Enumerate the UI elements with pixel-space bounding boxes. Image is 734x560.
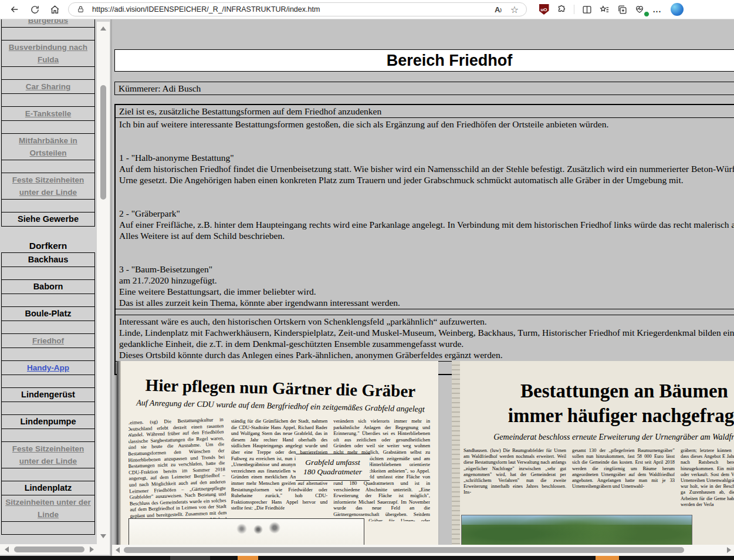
pullquote: Grabfeld umfasst 180 Quadratmeter [296,454,370,481]
right-headline-line1: Bestattungen an Bäumen [460,379,734,403]
kummerer-box: Kümmerer: Adi Busch [114,82,734,95]
extension-area: uO ... [535,2,684,16]
main-hscroll-thumb[interactable] [124,547,684,553]
sidebar-item-handy-app[interactable]: Handy-App [1,360,95,375]
toolbar-divider [574,5,574,14]
left-article-columns: Leimen. (sg) Die Bestattungskultur in De… [128,418,430,521]
page-title: Bereich Friedhof [387,52,513,69]
extensions-puzzle-icon[interactable] [553,2,570,16]
right-article-col1: Sandhausen. (luw) Die Baumgrabfelder für… [464,448,566,510]
sidebar-item-friedhof[interactable]: Friedhof [1,333,95,348]
pullquote-line1: Grabfeld umfasst [297,458,368,467]
kummerer-text: Kümmerer: Adi Busch [119,83,201,93]
essentials-check-badge [644,11,650,17]
main-horizontal-scrollbar[interactable] [112,545,734,556]
blank-line [119,185,734,197]
paragraph-line: Eine weitere Bestattungsart, die immer b… [119,286,734,297]
paragraph-line: am 21.7.2020 hinzugefügt. [119,275,734,286]
sidebar-item-lindenger-st: Lindengerüst [1,387,95,402]
sidebar-empty-row [1,120,95,134]
sidebar-item-lindenplatz: Lindenplatz [1,481,95,495]
sidebar-empty-row [1,348,95,361]
sidebar-item-b-rgerbus[interactable]: Bürgerbus [1,19,95,28]
newspaper-image-left: Hier pflegen nun Gärtner die Gräber Auf … [117,361,438,549]
favorite-star-icon[interactable]: ☆ [506,3,523,16]
scroll-left-arrow[interactable] [5,546,9,552]
sidebar-item-baborn: Baborn [1,279,95,294]
blank-line [119,197,734,208]
sidebar-vertical-scrollbar[interactable] [97,22,110,555]
sidebar-empty-row [1,468,95,481]
sidebar-horizontal-scrollbar[interactable] [0,544,97,555]
paragraph-line: 2 - "Gräberpark" [119,208,734,219]
paragraph-line: Das ist alles zurzeit kein Thema, könnte… [119,297,734,308]
ublock-icon[interactable]: uO [535,2,553,16]
content-box: Ziel ist es, zusätzliche Bestattungsform… [114,104,734,375]
sidebar-item-feste-sitzeinheiten-unter-der-linde[interactable]: Feste Sitzeinheiten unter der Linde [1,441,95,468]
lock-icon[interactable] [72,3,89,16]
sidebar-item-mitfahrb-nke-in-ortsteilen[interactable]: Mitfahrbänke in Ortsteilen [1,133,95,160]
paragraph-line: Auf einer Freifläche, z.B. hinter dem Ha… [119,219,734,241]
right-article-photo [461,515,692,549]
scroll-up-arrow[interactable] [100,26,106,31]
more-menu-icon[interactable]: ... [648,2,666,16]
spacer-row [116,309,734,315]
sidebar-item-e-tankstelle[interactable]: E-Tankstelle [1,106,95,121]
sidebar-item-backhaus: Backhaus [1,252,95,267]
scroll-down-arrow[interactable] [100,534,106,538]
paragraph-line: Interessant wäre es auch, den historisch… [119,316,734,327]
sidebar-empty-row [1,199,95,212]
sidebar-item-car-sharing[interactable]: Car Sharing [1,79,95,94]
sidebar-item-lindenpumpe: Lindenpumpe [1,414,95,429]
scroll-left-arrow[interactable] [116,547,120,553]
paragraph-line: 3 - "Baum-Beisetzungen" [119,264,734,275]
blank-line [119,241,734,252]
taskbar-edge-strip [0,556,734,560]
home-button[interactable] [45,2,65,17]
sidebar-empty-row [1,160,95,173]
scroll-right-arrow[interactable] [90,546,94,552]
read-aloud-icon[interactable]: A) [490,3,506,16]
sidebar-item-busverbindung-nach-fulda[interactable]: Busverbindung nach Fulda [1,40,95,67]
sidebar-vscroll-thumb[interactable] [100,85,106,200]
clipping-shadow-edge [117,361,121,549]
blank-line [119,130,734,141]
paragraph-line: Auf dem historischen Friedhof findet die… [119,163,734,185]
sidebar-item-boule-platz: Boule-Platz [1,306,95,321]
paragraph-line: Linde, Lindenplatz mit Fachwerkhäusern, … [119,327,734,349]
split-screen-icon[interactable] [578,2,596,16]
collections-icon[interactable] [613,2,631,16]
blank-line [119,141,734,152]
taskbar-segment-orange [238,556,258,560]
left-article-col1: Leimen. (sg) Die Bestattungskultur in De… [128,418,227,521]
goal-row: Ziel ist es, zusätzliche Bestattungsform… [116,105,734,118]
sidebar-empty-row [1,375,95,388]
paragraph-line: Ich bin auf weitere interessante Bestatt… [119,119,734,130]
closing-row: Interessant wäre es auch, den historisch… [116,315,734,362]
taskbar-segment-grey [170,556,210,560]
scroll-right-arrow[interactable] [727,547,731,553]
browser-essentials-icon[interactable] [631,2,648,16]
sidebar-section-heading: Dorfkern [1,239,95,252]
sidebar-hscroll-thumb[interactable] [14,546,84,552]
sidebar-item-feste-sitzeinheiten-unter-der-linde[interactable]: Feste Sitzeinheiten unter der Linde [1,173,95,200]
url-text[interactable]: https://adi.vision/IDEENSPEICHER/_R_/INF… [92,5,490,14]
favorites-bar-icon[interactable] [596,2,613,16]
goal-text: Ziel ist es, zusätzliche Bestattungsform… [119,106,381,116]
sidebar-item-siehe-gewerbe: Siehe Gewerbe [1,212,95,227]
refresh-button[interactable] [25,2,45,17]
sidebar-empty-row [1,294,95,307]
sidebar-empty-row [1,321,95,334]
paper-spine-edge [452,361,460,549]
right-article-col2: gesamt 130 der „pflegefreien Baumurnengr… [572,448,675,510]
sidebar-frame: BürgerbusBusverbindung nach FuldaCar Sha… [0,19,110,560]
sidebar-empty-row [1,266,95,280]
copilot-icon[interactable] [671,3,684,16]
back-button[interactable] [5,2,25,17]
sidebar-empty-row [1,521,95,535]
address-bar[interactable]: https://adi.vision/IDEENSPEICHER/_R_/INF… [68,2,527,16]
paragraph-line: 1 - "Halb-anonyme Bestattung" [119,152,734,163]
sidebar-item-sitzeinheiten-unter-der-linde[interactable]: Sitzeinheiten unter der Linde [1,495,95,522]
page-title-box: Bereich Friedhof [114,49,734,72]
right-article-subhead: Gemeinderat beschloss erneute Erweiterun… [460,433,734,442]
